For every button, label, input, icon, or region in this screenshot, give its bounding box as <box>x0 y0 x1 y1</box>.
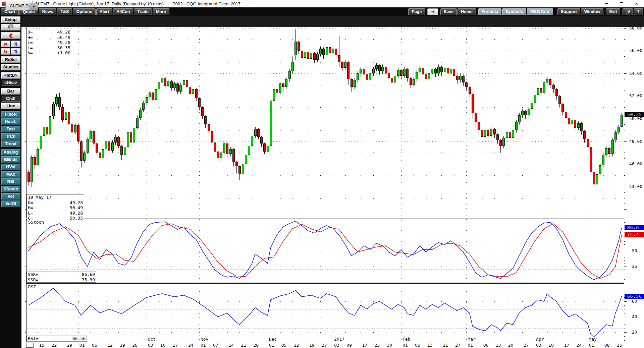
time-axis-month-label: May <box>589 337 597 342</box>
sstoch-row-value: 75.39 <box>82 277 95 283</box>
time-axis-tick-label: 17 <box>362 343 367 348</box>
time-axis-tick-label: 17 <box>564 343 569 348</box>
time-axis-month-label: Apr <box>536 337 544 342</box>
time-axis-tick-label: 01 <box>402 343 408 348</box>
time-axis-tick-label: 24 <box>576 343 582 348</box>
time-axis-tick-label: 30 <box>387 343 392 348</box>
date-box-row-key: O= <box>28 200 33 206</box>
time-axis-month-label: Feb <box>402 337 410 342</box>
ssd-value-badge: 75.4 <box>625 232 644 237</box>
time-axis-tick-label: 17 <box>173 343 178 348</box>
chart-canvas[interactable] <box>0 0 644 348</box>
time-axis-tick-label: 13 <box>427 343 433 348</box>
price-axis-label: 52.00 <box>629 93 642 98</box>
ohlc-row-value: +1.00 <box>57 50 70 56</box>
time-axis-tick-label: 01 <box>269 343 274 348</box>
time-axis-tick-label: 10 <box>548 343 554 348</box>
time-axis-month-label: Mar <box>468 337 475 342</box>
time-axis-tick-label: 21 <box>443 343 448 348</box>
ohlc-row-key: O= <box>28 30 33 35</box>
date-box-row-key: C= <box>28 216 33 221</box>
rsi-row-value: 66.56 <box>72 336 86 341</box>
date-box-row-value: 49.28 <box>70 200 83 206</box>
time-axis-tick-label: 01 <box>79 343 85 348</box>
sstoch-row-key: SSD= <box>28 277 38 283</box>
ohlc-row-value: 50.49 <box>57 35 70 40</box>
time-axis-tick-label: 27 <box>524 343 529 348</box>
time-axis-tick-label: 12 <box>294 343 299 348</box>
ohlc-row-key: L= <box>28 45 33 51</box>
date-box-row-value: 50.35 <box>70 216 83 221</box>
time-axis-tick-label: 19 <box>120 343 125 348</box>
time-axis-month-label: 2017 <box>334 337 344 342</box>
sstoch-row-value: 86.60 <box>82 272 95 277</box>
price-axis-label: 58.00 <box>629 25 642 31</box>
price-axis-label: 56.00 <box>629 48 642 53</box>
price-axis-label: 46.00 <box>629 161 642 166</box>
date-box-row: L=49.28 <box>28 211 83 216</box>
ohlc-row: Δ=+1.00 <box>28 50 70 56</box>
cqg-application-window: 14:30:04 CLEM7 - Crude Light (Globex), J… <box>0 0 644 348</box>
time-axis-tick-label: 06 <box>415 343 420 348</box>
time-axis-tick-label: 01 <box>589 343 594 348</box>
ohlc-row-key: H= <box>28 35 33 40</box>
sstoch-row: SSK=86.60 <box>28 272 95 277</box>
time-axis-tick-label: 27 <box>322 343 327 348</box>
date-box-row: C=50.35 <box>28 216 83 221</box>
time-axis-tick-label: 10 <box>160 343 166 348</box>
price-axis-label: 54.00 <box>629 71 642 76</box>
ohlc-row: L=49.28 <box>28 40 70 45</box>
rsi-value-badge: 66.56 <box>625 294 644 299</box>
time-scroll-handle[interactable] <box>26 343 34 348</box>
rsi-row: RSI=66.56 <box>28 336 86 341</box>
time-axis-tick-label: 01 <box>201 343 206 348</box>
time-axis-tick-label: 27 <box>455 343 461 348</box>
sstoch-axis-label: 25 <box>632 264 637 269</box>
time-axis-tick-label: 06 <box>92 343 97 348</box>
date-box-row: O=49.28 <box>28 200 83 206</box>
sstoch-axis-label: 50 <box>632 248 637 253</box>
rsi-row-key: RSI= <box>28 336 38 341</box>
date-box-row-value: 50.49 <box>70 205 83 211</box>
ohlc-row: O=49.28 <box>28 30 70 35</box>
ohlc-row-value: 50.35 <box>57 45 70 51</box>
rsi-axis-label: 20 <box>632 330 637 335</box>
time-axis-tick-label: 15 <box>617 343 622 348</box>
date-box-row-key: H= <box>28 205 33 211</box>
sstoch-row: SSD=75.39 <box>28 277 95 283</box>
time-axis-month-label: Dec <box>269 337 277 342</box>
time-axis-tick-label: 08 <box>604 343 610 348</box>
time-axis-tick-label: 07 <box>213 343 218 348</box>
sstoch-values-box: SSK=86.60SSD=75.39 <box>26 272 96 283</box>
price-axis-label: 48.00 <box>629 139 642 144</box>
time-axis-tick-label: 20 <box>508 343 514 348</box>
ssk-value-badge: 86.6 <box>625 225 644 230</box>
time-axis-tick-label: 03 <box>148 343 153 348</box>
rsi-value-box: RSI=66.56 <box>26 336 87 342</box>
time-axis-tick-label: 15 <box>39 343 44 348</box>
time-axis-tick-label: 23 <box>375 343 380 348</box>
rsi-axis-label: 60 <box>632 299 637 304</box>
time-axis-tick-label: 29 <box>67 343 72 348</box>
time-axis-tick-label: 06 <box>483 343 489 348</box>
time-axis-tick-label: 28 <box>253 343 259 348</box>
time-axis-tick-label: 21 <box>241 343 246 348</box>
ohlc-row: H=50.49 <box>28 35 70 40</box>
time-axis-tick-label: 09 <box>346 343 352 348</box>
time-axis-tick-label: 13 <box>496 343 501 348</box>
date-box-row-key: L= <box>28 211 33 216</box>
ohlc-row-value: 49.28 <box>57 30 70 35</box>
date-box-row-value: 49.28 <box>70 211 83 216</box>
date-box-row: H=50.49 <box>28 205 83 211</box>
rsi-axis-label: 40 <box>632 314 637 319</box>
time-axis-tick-label: 05 <box>281 343 287 348</box>
cursor-date-box: 19 May 17 O=49.28H=50.49L=49.28C=50.35 <box>26 194 84 221</box>
time-axis-tick-label: 01 <box>468 343 473 348</box>
time-axis-tick-label: 24 <box>188 343 194 348</box>
time-axis-tick-label: 22 <box>51 343 57 348</box>
time-axis-tick-label: 19 <box>309 343 315 348</box>
ohlc-row-value: 49.28 <box>57 40 70 45</box>
time-axis-month-label: Nov <box>201 337 208 342</box>
ohlc-row-key: L= <box>28 40 33 45</box>
rsi-panel-title: RSI <box>28 284 36 289</box>
